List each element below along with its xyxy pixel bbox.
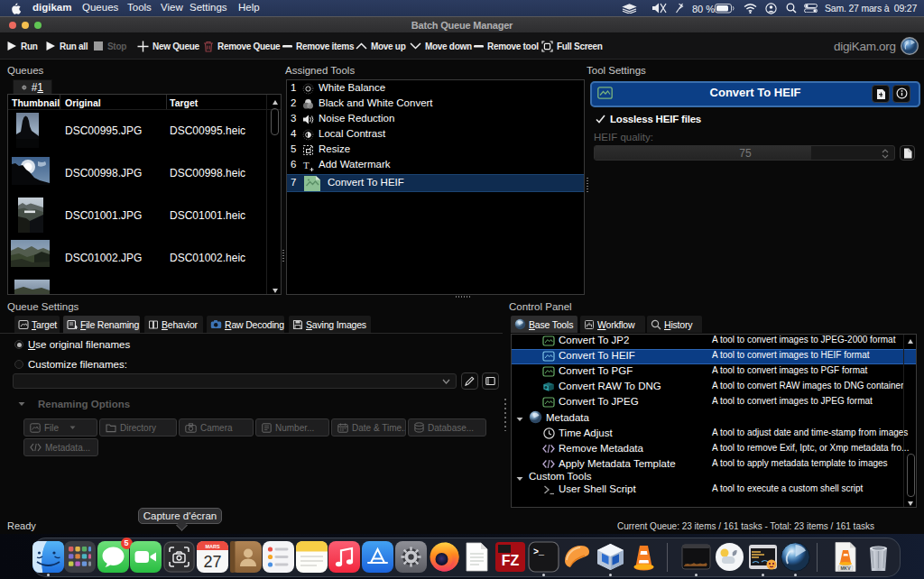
svg-text:MKV: MKV [840,565,851,571]
svg-text:T: T [303,160,310,170]
svg-text:FZ: FZ [501,553,519,568]
svg-text:27: 27 [203,553,221,571]
svg-text:>_: >_ [533,547,545,557]
svg-text:MARS: MARS [205,544,220,549]
